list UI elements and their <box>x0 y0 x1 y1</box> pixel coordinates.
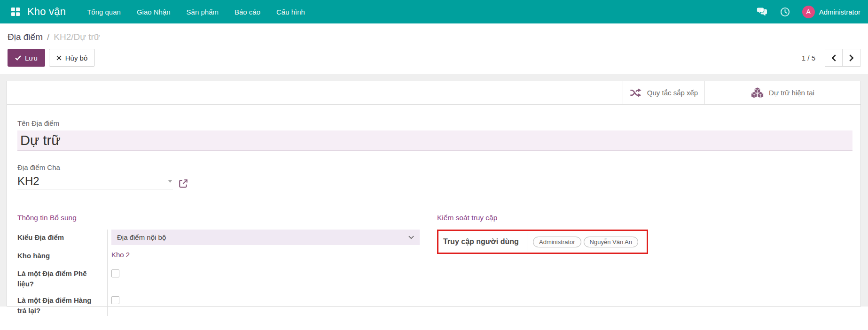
main-menu: Tổng quan Giao Nhận Sản phẩm Báo cáo Cấu… <box>79 1 313 23</box>
chevron-down-icon <box>408 236 414 239</box>
pager-counter: 1 / 5 <box>802 54 815 62</box>
warehouse-row: Kho hàng Kho 2 <box>17 251 420 261</box>
control-panel-buttons: Lưu Hủy bỏ 1 / 5 <box>8 49 860 67</box>
save-button-label: Lưu <box>25 54 38 62</box>
user-access-label: Truy cập người dùng <box>443 238 527 246</box>
stat-button-row: Quy tắc sắp xếp Dự tr <box>7 81 860 105</box>
check-icon <box>15 55 21 61</box>
external-link-icon[interactable] <box>179 179 188 188</box>
current-stock-label: Dự trữ hiện tại <box>769 89 814 97</box>
top-navbar: Kho vận Tổng quan Giao Nhận Sản phẩm Báo… <box>0 0 868 23</box>
parent-location-block: Địa điểm Cha KH2 <box>17 163 852 190</box>
control-panel: Địa điểm / KH2/Dự trữ Lưu Hủy bỏ 1 / 5 <box>0 23 868 74</box>
additional-info-section: Thông tin Bổ sung Kiểu Địa điểm Địa điểm… <box>17 214 420 316</box>
warehouse-link[interactable]: Kho 2 <box>111 251 130 259</box>
pager: 1 / 5 <box>802 49 860 67</box>
discard-button[interactable]: Hủy bỏ <box>49 49 95 67</box>
form-sheet: Quy tắc sắp xếp Dự tr <box>7 81 861 307</box>
form-columns: Thông tin Bổ sung Kiểu Địa điểm Địa điểm… <box>17 214 852 316</box>
putaway-rules-label: Quy tắc sắp xếp <box>647 89 698 97</box>
warehouse-label: Kho hàng <box>17 251 107 261</box>
column-divider <box>107 230 108 316</box>
menu-item-bao-cao[interactable]: Báo cáo <box>227 1 268 23</box>
user-tag[interactable]: Administrator <box>533 237 581 247</box>
shuffle-icon <box>630 88 642 97</box>
avatar: A <box>802 6 815 18</box>
location-name-label: Tên Địa điểm <box>17 119 852 127</box>
apps-grid-icon-svg <box>11 8 20 16</box>
location-type-row: Kiểu Địa điểm Địa điểm nội bộ <box>17 230 420 245</box>
x-icon <box>56 55 62 61</box>
breadcrumb: Địa điểm / KH2/Dự trữ <box>8 30 860 44</box>
additional-info-title: Thông tin Bổ sung <box>17 214 420 222</box>
scrap-location-label: Là một Địa điểm Phế liệu? <box>17 269 107 289</box>
pager-previous-button[interactable] <box>825 49 843 67</box>
user-tag[interactable]: Nguyễn Văn An <box>584 237 638 247</box>
menu-item-san-pham[interactable]: Sản phẩm <box>179 1 227 23</box>
breadcrumb-parent[interactable]: Địa điểm <box>8 32 43 42</box>
user-name: Administrator <box>819 8 860 16</box>
access-control-title: Kiểm soát truy cập <box>437 214 846 222</box>
clock-icon[interactable] <box>780 7 790 17</box>
user-access-highlight-box: Truy cập người dùng Administrator Nguyễn… <box>437 230 648 254</box>
sheet-body: Tên Địa điểm Địa điểm Cha KH2 <box>7 105 860 325</box>
return-location-row: Là một Địa điểm Hàng trả lại? <box>17 295 420 316</box>
scrap-location-checkbox[interactable] <box>111 269 119 277</box>
menu-item-giao-nhan[interactable]: Giao Nhận <box>129 1 179 23</box>
return-location-checkbox[interactable] <box>111 296 119 304</box>
parent-location-field[interactable]: KH2 <box>17 175 173 190</box>
breadcrumb-separator: / <box>47 32 49 42</box>
location-type-select[interactable]: Địa điểm nội bộ <box>111 230 420 245</box>
current-stock-button[interactable]: Dự trữ hiện tại <box>704 81 860 104</box>
cubes-icon <box>751 87 764 99</box>
parent-location-label: Địa điểm Cha <box>17 163 852 171</box>
chat-bubbles-icon[interactable] <box>757 7 768 16</box>
discard-button-label: Hủy bỏ <box>65 54 88 62</box>
caret-down-icon[interactable] <box>168 180 172 183</box>
pager-next-button[interactable] <box>843 49 860 67</box>
access-control-section: Kiểm soát truy cập Truy cập người dùng A… <box>437 214 846 316</box>
apps-grid-icon[interactable] <box>8 4 23 20</box>
content-background: Quy tắc sắp xếp Dự tr <box>0 74 868 307</box>
return-location-label: Là một Địa điểm Hàng trả lại? <box>17 295 107 316</box>
menu-item-cau-hinh[interactable]: Cấu hình <box>268 1 313 23</box>
systray: A Administrator <box>757 6 860 18</box>
scrap-location-row: Là một Địa điểm Phế liệu? <box>17 269 420 289</box>
user-menu[interactable]: A Administrator <box>802 6 860 18</box>
chevron-left-icon <box>831 54 837 61</box>
location-name-input[interactable] <box>17 130 852 151</box>
menu-item-tong-quan[interactable]: Tổng quan <box>79 1 129 23</box>
save-button[interactable]: Lưu <box>8 49 45 67</box>
breadcrumb-current: KH2/Dự trữ <box>54 32 100 42</box>
parent-location-value: KH2 <box>17 175 168 188</box>
chevron-right-icon <box>849 54 854 61</box>
putaway-rules-button[interactable]: Quy tắc sắp xếp <box>623 81 704 104</box>
location-type-label: Kiểu Địa điểm <box>17 232 107 243</box>
location-type-value: Địa điểm nội bộ <box>117 233 408 241</box>
app-title[interactable]: Kho vận <box>27 6 66 18</box>
user-access-tags[interactable]: Administrator Nguyễn Văn An <box>527 237 638 247</box>
